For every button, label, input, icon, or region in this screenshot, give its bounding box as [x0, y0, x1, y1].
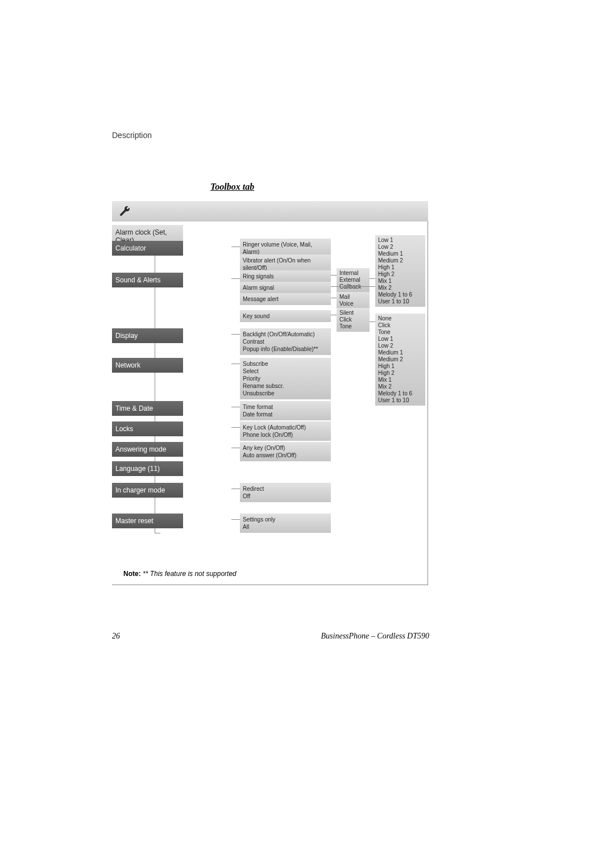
- message-types: Mail Voice: [337, 292, 370, 309]
- menu-locks: Locks: [112, 422, 183, 436]
- document-footer: BusinessPhone – Cordless DT590: [321, 632, 429, 641]
- footnote-text: This feature is not supported: [150, 570, 237, 578]
- menu-master-reset: Master reset: [112, 514, 183, 528]
- opt-charger: Redirect Off: [240, 483, 331, 502]
- menu-language: Language (11): [112, 461, 183, 476]
- wrench-icon: [118, 205, 131, 218]
- menu-time-date: Time & Date: [112, 401, 183, 416]
- toolbox-diagram: Toolbox Alarm clock (Set, Clear) Calcula…: [112, 201, 428, 585]
- menu-network: Network: [112, 358, 183, 373]
- opt-message-alert: Message alert: [240, 293, 331, 305]
- opt-alarm-signal: Alarm signal: [240, 282, 331, 294]
- footnote-prefix: Note:: [123, 570, 143, 578]
- ring-types: Internal External Callback: [337, 268, 370, 292]
- menu-in-charger-mode: In charger mode: [112, 483, 183, 498]
- menu-display: Display: [112, 328, 183, 343]
- toolbox-icon-bar: [112, 201, 428, 222]
- opt-display: Backlight (On/Off/Automatic) Contrast Po…: [240, 328, 331, 355]
- menu-calculator: Calculator: [112, 241, 183, 256]
- footnote-stars: **: [143, 570, 150, 578]
- menu-answering-mode: Answering mode: [112, 442, 183, 457]
- document-page: Description Toolbox tab Toolbox Alarm cl…: [0, 0, 614, 868]
- keysound-values-list: None Click Tone Low 1 Low 2 Medium 1 Med…: [375, 314, 425, 406]
- ringer-values-list: Low 1 Low 2 Medium 1 Medium 2 High 1 Hig…: [375, 235, 425, 307]
- opt-time-date: Time format Date format: [240, 401, 331, 420]
- opt-key-sound: Key sound: [240, 310, 331, 322]
- page-title: Toolbox tab: [210, 182, 254, 192]
- menu-sound-alerts: Sound & Alerts: [112, 273, 183, 287]
- opt-network: Subscribe Select Priority Rename subscr.…: [240, 358, 331, 399]
- page-number: 26: [112, 632, 120, 641]
- footnote: Note: ** This feature is not supported: [123, 570, 237, 578]
- opt-locks: Key Lock (Automatic/Off) Phone lock (On/…: [240, 422, 331, 441]
- key-sound-types: Silent Click Tone: [337, 308, 370, 332]
- opt-ring-signals: Ring signals: [240, 270, 331, 282]
- opt-master-reset: Settings only All: [240, 514, 331, 533]
- section-header-label: Description: [112, 131, 152, 140]
- opt-answering: Any key (On/Off) Auto answer (On/Off): [240, 442, 331, 461]
